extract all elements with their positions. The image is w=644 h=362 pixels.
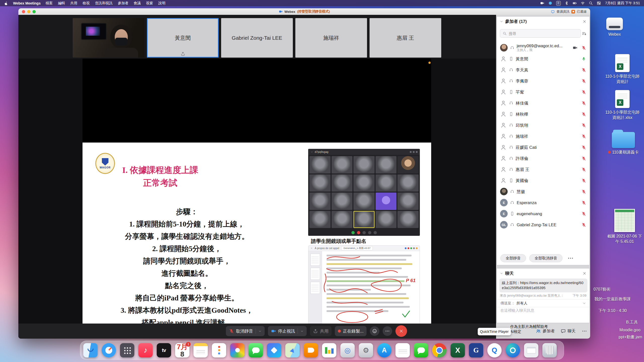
participant-mic-muted-icon[interactable]	[581, 189, 586, 194]
close-participants-icon[interactable]	[583, 20, 586, 23]
dock-trash-icon[interactable]	[542, 343, 557, 357]
menu-item-8[interactable]: 說明	[158, 1, 165, 6]
dock-appstore-icon[interactable]: A	[377, 343, 391, 357]
participant-row[interactable]: 施瑞祥	[497, 131, 589, 142]
participant-mic-muted-icon[interactable]	[581, 200, 586, 205]
title-bar[interactable]: Webex (控管型取消靜音模式) 會議資訊 已連線	[18, 8, 590, 15]
chat-input[interactable]	[497, 308, 589, 312]
desktop-file-label[interactable]: 0707藝術	[591, 287, 613, 292]
more-controls-button[interactable]	[383, 326, 392, 336]
reactions-button[interactable]	[370, 326, 379, 336]
participant-mic-muted-icon[interactable]	[581, 134, 586, 139]
menubar-clock[interactable]: 7月8日 週四 下午 3:51	[605, 1, 640, 6]
desktop-file-label[interactable]: B.工具	[621, 320, 643, 325]
unmute-options-chevron-icon[interactable]	[258, 330, 262, 333]
desktop-file-label[interactable]: 我的一堂遠距教學課	[592, 297, 633, 302]
participant-row[interactable]: 李佩蓉	[497, 75, 589, 86]
stop-video-button[interactable]: 停止視訊	[268, 326, 307, 336]
end-meeting-button[interactable]	[395, 325, 407, 337]
dock-maps-icon[interactable]	[285, 343, 300, 357]
participant-row[interactable]: 李天真	[497, 64, 589, 75]
dock-excel-icon[interactable]: X	[451, 343, 465, 357]
participant-row[interactable]: 黃意閔	[497, 53, 589, 64]
send-to-row[interactable]: 傳送至： 所有人	[497, 299, 589, 307]
video-tile-3[interactable]: 施瑞祥	[295, 18, 367, 58]
participant-camera-icon[interactable]	[573, 45, 578, 50]
dock-calendar-icon[interactable]: 7月81	[175, 343, 189, 357]
participant-mic-muted-icon[interactable]	[581, 112, 586, 117]
dock-window-icon[interactable]	[524, 343, 538, 357]
participant-row[interactable]: 惠眉 王	[497, 164, 589, 175]
recording-indicator[interactable]: 正在錄製...	[335, 326, 367, 336]
desktop-icon-screenshot[interactable]: 截圖 2021-07-06 下午 5.45.01	[606, 209, 643, 244]
participant-mic-muted-icon[interactable]	[581, 178, 586, 183]
menu-item-0[interactable]: 檔案	[46, 1, 53, 6]
menu-item-1[interactable]: 編輯	[58, 1, 65, 6]
dock-goodnotes-icon[interactable]: G	[469, 343, 483, 357]
participant-row[interactable]: jenny069@wagor.tc.ed...主持人，我	[497, 42, 589, 53]
participant-row[interactable]: 莊媛茹 Cati	[497, 142, 589, 153]
unmute-all-button[interactable]: 全部取消靜音	[529, 254, 562, 262]
menu-item-3[interactable]: 檢視	[83, 1, 90, 6]
dock-tv-icon[interactable]: tv	[157, 343, 171, 357]
participants-button[interactable]: 參加者	[536, 329, 555, 334]
desktop-file-label[interactable]: Moodle.goo	[617, 328, 643, 333]
participant-mic-muted-icon[interactable]	[581, 90, 586, 95]
participant-mic-muted-icon[interactable]	[581, 79, 586, 83]
webex-icon[interactable]	[548, 1, 552, 5]
participant-mic-muted-icon[interactable]	[581, 101, 586, 106]
dock-shortcuts-icon[interactable]	[267, 343, 281, 357]
dock-reminders-icon[interactable]	[212, 343, 226, 357]
meeting-info-label[interactable]: 會議資訊	[556, 9, 570, 14]
participant-row[interactable]: GLGabriel Zong-Tai LEE	[497, 219, 589, 230]
menu-item-5[interactable]: 參加者	[118, 1, 128, 6]
collapse-participants-chevron-icon[interactable]	[500, 20, 503, 23]
dock-safari-icon[interactable]	[102, 343, 116, 357]
dock-textedit-icon[interactable]	[395, 343, 410, 357]
collapse-chat-chevron-icon[interactable]	[500, 272, 503, 275]
dock-finder-icon[interactable]	[83, 343, 98, 357]
participant-row[interactable]: 慧徽	[497, 186, 589, 197]
participant-mic-on-icon[interactable]	[581, 57, 586, 61]
participant-row[interactable]: 邱筑翎	[497, 120, 589, 131]
participant-row[interactable]: 芊寗	[497, 86, 589, 98]
participants-search-input[interactable]	[509, 31, 578, 36]
video-tile-self[interactable]	[73, 18, 144, 58]
participants-more-button[interactable]	[567, 255, 574, 261]
participant-mic-muted-icon[interactable]	[581, 156, 586, 161]
dock-chrome-icon[interactable]	[432, 343, 447, 357]
battery-icon[interactable]	[573, 1, 577, 5]
desktop-file-label[interactable]: 下午 3:10 - 4:30	[594, 308, 631, 313]
dock-books-icon[interactable]	[304, 343, 318, 357]
participant-mic-muted-icon[interactable]	[581, 211, 586, 216]
video-options-chevron-icon[interactable]	[300, 330, 304, 333]
input-source-icon[interactable]: 注	[556, 1, 561, 6]
apple-menu-icon[interactable]	[4, 1, 8, 5]
dock-messages-icon[interactable]	[249, 343, 263, 357]
control-center-icon[interactable]	[597, 1, 601, 5]
desktop-icon-drive[interactable]: Webex	[596, 18, 633, 37]
dock-notes-icon[interactable]	[193, 343, 208, 357]
dock-quicktime-icon[interactable]: Q	[487, 343, 502, 357]
unmute-button[interactable]: 取消靜音	[226, 326, 265, 336]
desktop-file-label[interactable]: ppt+動畫.jam	[616, 335, 644, 340]
minimize-window-button[interactable]	[27, 10, 30, 13]
video-tile-2[interactable]: Gabriel Zong-Tai LEE	[221, 18, 293, 58]
mute-all-button[interactable]: 全部靜音	[500, 254, 526, 262]
menu-item-2[interactable]: 共用	[70, 1, 77, 6]
participant-row[interactable]: 林秋樺	[497, 109, 589, 120]
menu-item-4[interactable]: 音訊和視訊	[95, 1, 112, 6]
camera-icon[interactable]	[540, 1, 544, 5]
send-to-chevron-icon[interactable]	[583, 302, 586, 305]
desktop-icon-excel[interactable]: X 110-1小學部北屯師資統計	[603, 54, 641, 84]
participant-mic-muted-icon[interactable]	[581, 145, 586, 150]
zoom-window-button[interactable]	[32, 10, 36, 13]
menu-item-7[interactable]: 視窗	[146, 1, 153, 6]
bluetooth-icon[interactable]	[565, 1, 569, 5]
participant-mic-muted-icon[interactable]	[581, 123, 586, 128]
participant-mic-muted-icon[interactable]	[581, 68, 586, 72]
panel-more-button[interactable]	[582, 328, 587, 334]
menu-item-6[interactable]: 會議	[134, 1, 141, 6]
participant-row[interactable]: EEsperanza	[497, 197, 589, 208]
dock-settings-icon[interactable]: ⚙	[359, 343, 373, 357]
